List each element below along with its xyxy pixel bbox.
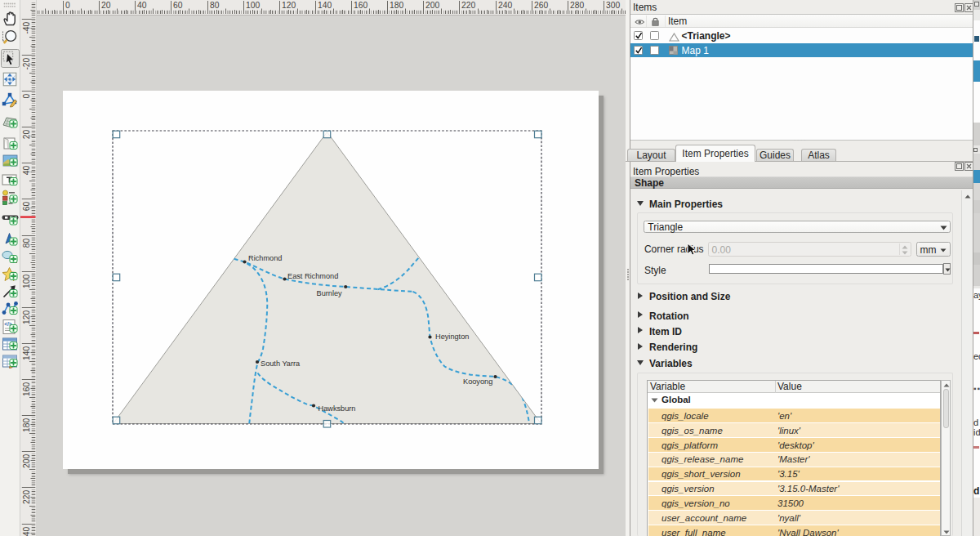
svg-text:160: 160 bbox=[22, 382, 31, 395]
svg-text:120: 120 bbox=[282, 1, 296, 10]
svg-text:100: 100 bbox=[246, 1, 260, 10]
svg-text:240: 240 bbox=[22, 526, 31, 536]
svg-text:180: 180 bbox=[22, 418, 31, 431]
svg-text:East Richmond: East Richmond bbox=[287, 272, 338, 280]
svg-text:Richmond: Richmond bbox=[248, 254, 282, 262]
svg-text:Burnley: Burnley bbox=[316, 289, 342, 297]
svg-text:-20: -20 bbox=[22, 57, 31, 69]
svg-text:Hawksburn: Hawksburn bbox=[318, 404, 355, 413]
svg-text:Kooyong: Kooyong bbox=[463, 377, 492, 386]
svg-text:Heyington: Heyington bbox=[435, 333, 469, 341]
svg-text:140: 140 bbox=[318, 1, 332, 10]
svg-text:120: 120 bbox=[22, 310, 31, 324]
svg-text:20: 20 bbox=[101, 1, 111, 10]
svg-text:140: 140 bbox=[22, 346, 31, 360]
svg-text:80: 80 bbox=[210, 1, 220, 10]
svg-text:80: 80 bbox=[22, 238, 31, 248]
svg-text:0: 0 bbox=[22, 93, 31, 98]
svg-text:220: 220 bbox=[22, 489, 31, 503]
svg-text:60: 60 bbox=[22, 201, 31, 211]
svg-text:South Yarra: South Yarra bbox=[261, 360, 301, 368]
svg-text:60: 60 bbox=[173, 1, 183, 10]
svg-text:220: 220 bbox=[461, 1, 475, 10]
svg-text:0: 0 bbox=[65, 1, 70, 10]
svg-text:240: 240 bbox=[498, 1, 512, 10]
svg-text:200: 200 bbox=[22, 453, 31, 467]
svg-text:20: 20 bbox=[22, 129, 31, 139]
svg-text:260: 260 bbox=[534, 1, 548, 10]
svg-text:180: 180 bbox=[390, 1, 403, 10]
svg-text:280: 280 bbox=[570, 1, 584, 10]
svg-text:300: 300 bbox=[606, 1, 620, 10]
svg-text:160: 160 bbox=[354, 1, 368, 10]
svg-text:200: 200 bbox=[425, 1, 439, 10]
svg-text:40: 40 bbox=[22, 165, 31, 175]
svg-text:40: 40 bbox=[137, 1, 147, 10]
svg-text:-40: -40 bbox=[22, 21, 31, 34]
svg-text:100: 100 bbox=[22, 274, 31, 288]
